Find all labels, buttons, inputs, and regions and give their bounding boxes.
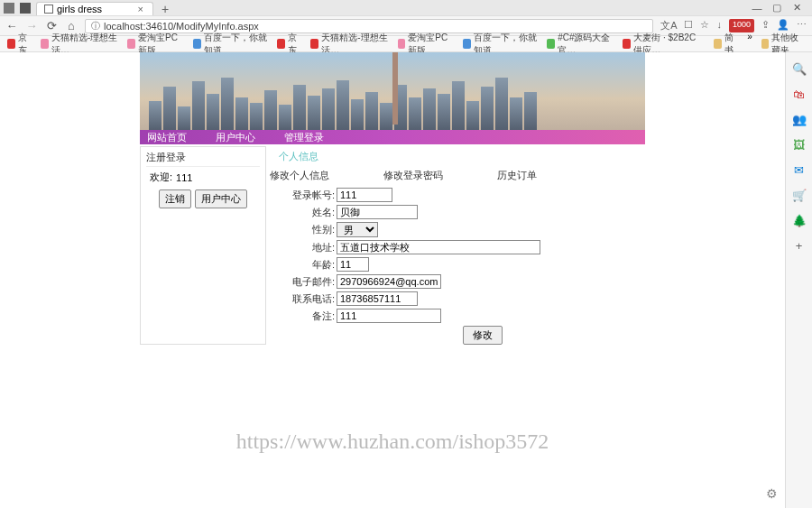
account-label: 登录帐号: xyxy=(288,189,337,202)
login-panel: 注册登录 欢迎: 111 注销 用户中心 xyxy=(140,146,266,345)
nav-home[interactable]: 网站首页 xyxy=(143,129,190,146)
close-tab-icon[interactable]: × xyxy=(138,4,143,14)
main-nav: 网站首页 用户中心 管理登录 xyxy=(140,130,645,144)
email-label: 电子邮件: xyxy=(288,275,337,289)
title-bar: girls dress × + — ▢ ✕ xyxy=(0,0,812,16)
name-label: 姓名: xyxy=(288,206,337,219)
address-label: 地址: xyxy=(288,241,337,254)
sidebar-cart-icon[interactable]: 🛒 xyxy=(792,188,807,202)
sidebar-shop-icon[interactable]: 🛍 xyxy=(792,87,807,101)
app-icon-2 xyxy=(20,3,31,14)
reload-button[interactable]: ⟳ xyxy=(45,20,58,32)
breadcrumb: 个人信息 xyxy=(270,146,645,167)
tab-history[interactable]: 历史订单 xyxy=(497,169,537,182)
browser-tab[interactable]: girls dress × xyxy=(36,2,153,15)
welcome-username: 111 xyxy=(176,172,192,183)
phone-label: 联系电话: xyxy=(288,292,337,306)
sidebar-people-icon[interactable]: 👥 xyxy=(792,112,807,126)
gender-label: 性别: xyxy=(288,223,337,236)
remark-label: 备注: xyxy=(288,309,337,323)
age-input[interactable] xyxy=(337,257,369,272)
sidebar-mail-icon[interactable]: ✉ xyxy=(792,162,807,177)
name-input[interactable] xyxy=(337,205,418,219)
document-icon xyxy=(44,5,53,14)
app-icon-1 xyxy=(4,3,14,14)
sidebar-image-icon[interactable]: 🖼 xyxy=(792,137,807,152)
account-input[interactable] xyxy=(337,188,392,202)
home-button[interactable]: ⌂ xyxy=(65,20,78,32)
close-window-button[interactable]: ✕ xyxy=(792,4,801,13)
watermark-text: https://www.huzhan.com/ishop3572 xyxy=(0,429,785,454)
address-input[interactable] xyxy=(337,240,540,254)
nav-user-center[interactable]: 用户中心 xyxy=(212,129,259,146)
tab-title: girls dress xyxy=(57,4,102,14)
browser-sidebar: 🔍 🛍 👥 🖼 ✉ 🛒 🌲 + xyxy=(785,52,812,508)
banner-image xyxy=(140,52,645,130)
logout-button[interactable]: 注销 xyxy=(159,189,191,208)
sidebar-add-icon[interactable]: + xyxy=(792,238,807,253)
info-icon: ⓘ xyxy=(91,20,100,32)
minimize-button[interactable]: — xyxy=(752,4,761,13)
email-input[interactable] xyxy=(337,274,441,289)
settings-gear-icon[interactable]: ⚙ xyxy=(766,486,778,501)
submit-button[interactable]: 修改 xyxy=(463,326,503,345)
sidebar-search-icon[interactable]: 🔍 xyxy=(792,61,807,76)
user-center-button[interactable]: 用户中心 xyxy=(195,189,247,208)
sidebar-tree-icon[interactable]: 🌲 xyxy=(792,213,807,227)
forward-button[interactable]: → xyxy=(25,20,38,32)
back-button[interactable]: ← xyxy=(5,20,18,32)
bookmark-bar: 京东 天猫精选-理想生活… 爱淘宝PC新版 百度一下，你就知道 京东 天猫精选-… xyxy=(0,36,812,52)
new-tab-button[interactable]: + xyxy=(159,3,171,15)
nav-admin-login[interactable]: 管理登录 xyxy=(281,129,328,146)
profile-form: 登录帐号: 姓名: 性别: 男 xyxy=(270,188,645,345)
maximize-button[interactable]: ▢ xyxy=(772,4,781,13)
login-title: 注册登录 xyxy=(146,149,260,167)
tab-modify-pwd[interactable]: 修改登录密码 xyxy=(383,169,443,182)
age-label: 年龄: xyxy=(288,258,337,272)
remark-input[interactable] xyxy=(337,309,441,323)
phone-input[interactable] xyxy=(337,291,418,306)
url-text: localhost:34610/ModifyMyInfo.aspx xyxy=(104,21,259,32)
page-content: 网站首页 用户中心 管理登录 注册登录 欢迎: 111 注销 用户中心 xyxy=(0,52,785,508)
welcome-label: 欢迎: xyxy=(150,171,172,184)
tab-modify-info[interactable]: 修改个人信息 xyxy=(270,169,329,182)
gender-select[interactable]: 男 xyxy=(337,222,378,237)
